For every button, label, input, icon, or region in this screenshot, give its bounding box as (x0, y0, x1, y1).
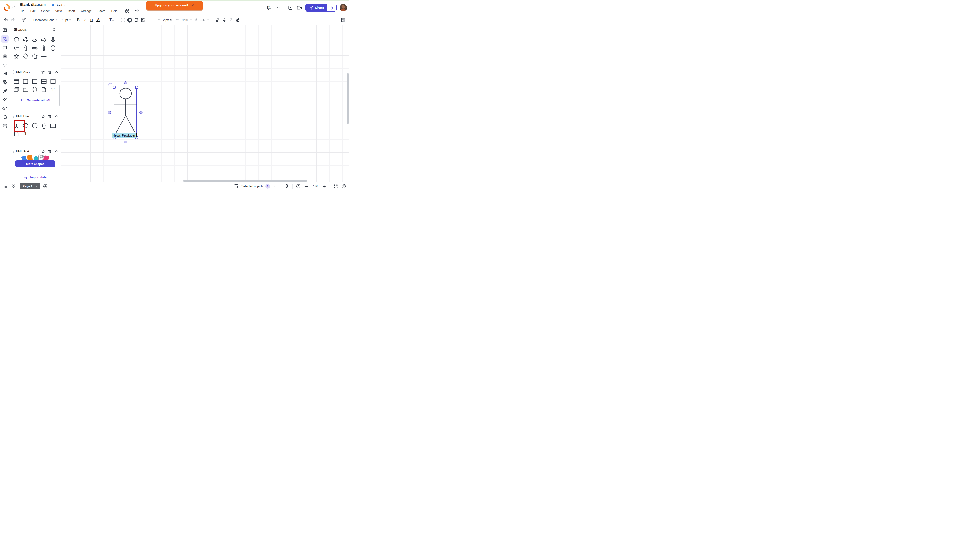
hyperlink-icon[interactable] (215, 16, 221, 24)
border-color-icon[interactable] (126, 16, 133, 24)
shape-cloud[interactable] (30, 36, 39, 44)
more-shapes-button[interactable]: More shapes (15, 160, 55, 167)
shape-package[interactable] (21, 85, 30, 94)
drag-handle-icon[interactable] (11, 150, 14, 153)
shape-data-icon[interactable] (140, 16, 146, 24)
avatar[interactable] (340, 4, 347, 11)
layers-icon[interactable] (284, 184, 290, 189)
shape-system-rectangle[interactable] (49, 121, 57, 130)
shape-interface-box[interactable] (21, 77, 30, 85)
add-page-icon[interactable] (43, 184, 48, 189)
shape-star[interactable] (12, 52, 21, 61)
diagram-canvas[interactable]: News Producer (61, 25, 349, 182)
resize-handle-ne[interactable] (135, 86, 138, 89)
collapse-chevron-icon[interactable] (54, 149, 59, 154)
line-style-select[interactable] (151, 16, 161, 24)
trash-icon[interactable] (47, 149, 52, 154)
menu-edit[interactable]: Edit (30, 10, 35, 13)
code-icon[interactable] (1, 104, 9, 112)
fullscreen-icon[interactable] (333, 184, 339, 189)
text-style-button[interactable]: T (108, 16, 115, 24)
puzzle-icon[interactable] (1, 113, 9, 121)
magic-wand-icon[interactable] (1, 62, 9, 69)
trash-icon[interactable] (47, 114, 52, 119)
shape-diamond[interactable] (21, 52, 30, 61)
page-tab[interactable]: Page 1 (20, 183, 40, 189)
trash-icon[interactable] (47, 70, 52, 74)
italic-button[interactable]: I (81, 16, 88, 24)
menu-share[interactable]: Share (97, 10, 105, 13)
shape-block-arrow-left[interactable] (12, 44, 21, 52)
redo-icon[interactable] (10, 16, 16, 24)
panel-toggle-icon[interactable] (340, 16, 347, 24)
panel-scrollbar[interactable] (59, 85, 60, 105)
menu-help[interactable]: Help (111, 10, 118, 13)
rocket-icon[interactable] (1, 87, 9, 95)
paint-roller-icon[interactable] (21, 16, 27, 24)
share-button[interactable]: Share (305, 4, 328, 11)
upgrade-link[interactable]: Upgrade your account! (155, 4, 188, 7)
close-icon[interactable]: ✕ (191, 4, 194, 7)
lock-open-icon[interactable] (234, 16, 241, 24)
resize-handle-nw[interactable] (113, 86, 116, 89)
menu-arrange[interactable]: Arrange (81, 10, 92, 13)
menu-file[interactable]: File (20, 10, 24, 13)
drag-handle-icon[interactable] (11, 70, 14, 74)
shape-note[interactable] (40, 85, 48, 94)
shape-octagon[interactable] (12, 36, 21, 44)
menu-view[interactable]: View (56, 10, 62, 13)
favorite-star-icon[interactable] (41, 114, 45, 119)
align-icon[interactable] (102, 16, 108, 24)
shape-class-box[interactable] (12, 77, 21, 85)
bolt-icon[interactable] (221, 16, 228, 24)
zoom-out-icon[interactable] (303, 184, 309, 189)
shape-narrow-oval[interactable] (40, 121, 48, 130)
search-icon[interactable] (52, 27, 57, 32)
help-icon[interactable] (341, 184, 347, 189)
menu-insert[interactable]: Insert (68, 10, 75, 13)
menu-select[interactable]: Select (41, 10, 50, 13)
shape-block-arrow-up-down[interactable] (40, 44, 48, 52)
undo-icon[interactable] (3, 16, 10, 24)
shape-horizontal-line[interactable] (40, 52, 48, 61)
present-icon[interactable] (288, 5, 293, 11)
swap-arrows-icon[interactable] (192, 16, 199, 24)
copy-link-button[interactable] (328, 4, 336, 11)
shape-block-arrow-up[interactable] (21, 44, 30, 52)
comment-icon[interactable]: ” (266, 5, 272, 11)
navigate-icon[interactable] (296, 184, 301, 189)
connector-dot-left[interactable] (108, 111, 111, 114)
shape-vertical-line[interactable] (49, 52, 57, 61)
shape-actor[interactable] (12, 121, 21, 130)
shape-cross[interactable] (21, 36, 30, 44)
present-screen-icon[interactable] (1, 122, 9, 129)
shape-block-arrow-left-right[interactable] (30, 44, 39, 52)
selection-dropdown-icon[interactable] (272, 184, 278, 189)
grid-icon[interactable] (11, 184, 16, 189)
endpoint-style-select[interactable]: None (181, 16, 192, 24)
underline-button[interactable]: U (88, 16, 95, 24)
font-size-select[interactable]: 10pt (61, 18, 73, 22)
vertical-scrollbar[interactable] (347, 73, 349, 124)
text-color-button[interactable]: A (95, 16, 102, 24)
shape-copies[interactable] (12, 85, 21, 94)
shape-ellipse[interactable] (49, 44, 57, 52)
chevron-down-icon[interactable] (275, 5, 281, 11)
shape-two-row-box[interactable] (40, 77, 48, 85)
shape-label-editor[interactable]: News Producer (112, 133, 137, 138)
ink-icon[interactable] (1, 53, 9, 60)
data-link-icon[interactable] (1, 78, 9, 86)
shape-text[interactable]: T (49, 85, 57, 94)
frame-icon[interactable] (133, 16, 140, 24)
panel-icon[interactable] (1, 44, 9, 51)
shape-simple-rectangle[interactable] (49, 77, 57, 85)
line-width-stepper[interactable]: 2 px (162, 16, 172, 24)
collapse-chevron-icon[interactable] (54, 114, 59, 119)
favorite-star-icon[interactable] (41, 70, 45, 74)
shape-circle-divided[interactable] (30, 121, 39, 130)
font-family-select[interactable]: Liberation Sans (32, 18, 59, 22)
zoom-in-icon[interactable] (321, 184, 327, 189)
import-data-link[interactable]: Import data (10, 174, 60, 180)
drag-handle-icon[interactable] (11, 115, 14, 118)
shape-polygon-nodes[interactable] (30, 52, 39, 61)
